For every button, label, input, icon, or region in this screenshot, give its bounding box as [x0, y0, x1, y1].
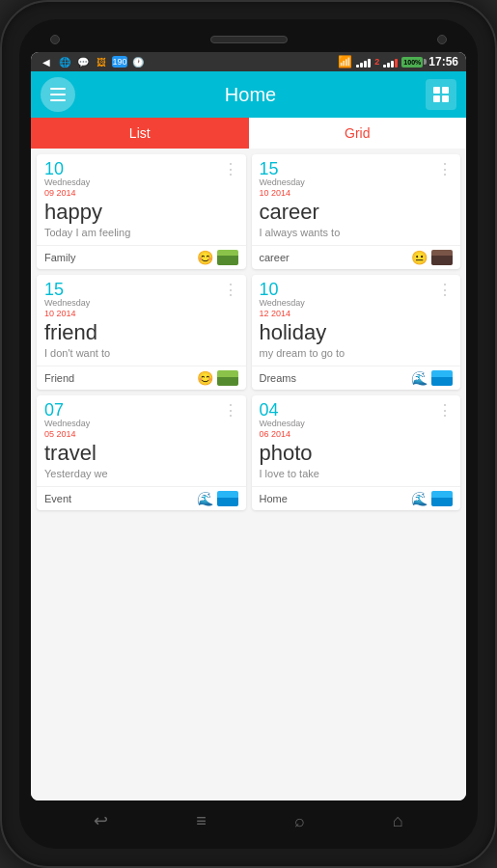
card-happy-menu[interactable]: ⋮ — [223, 160, 238, 178]
apps-hardware-button[interactable]: ⌂ — [393, 811, 403, 831]
card-travel-tag: Event — [44, 493, 71, 504]
card-travel-photo — [217, 491, 238, 506]
search-hardware-button[interactable]: ⌕ — [294, 811, 305, 831]
card-travel-day: 07 — [44, 401, 90, 419]
card-photo-header: 04 Wednesday 06 2014 ⋮ — [252, 395, 461, 442]
card-holiday-photo — [431, 370, 453, 386]
grid-cell-1 — [433, 87, 440, 94]
card-holiday-title: holiday — [252, 321, 461, 346]
tab-list[interactable]: List — [31, 118, 249, 149]
card-happy[interactable]: 10 Wednesday 09 2014 ⋮ happy Today I am … — [37, 154, 246, 269]
card-travel-header: 07 Wednesday 05 2014 ⋮ — [37, 395, 246, 442]
bar3b — [391, 61, 394, 68]
card-happy-emoji: 😊 — [197, 250, 213, 265]
card-holiday-icons: 🌊 — [411, 370, 453, 386]
card-career-date: 15 Wednesday 10 2014 — [260, 160, 305, 199]
app-bar: Home — [31, 71, 466, 118]
menu-line-3 — [50, 99, 66, 101]
clock-icon: 🕐 — [130, 56, 146, 68]
card-career-menu[interactable]: ⋮ — [437, 160, 453, 178]
card-photo-emoji: 🌊 — [411, 491, 428, 506]
battery-icon: 100% — [401, 57, 423, 68]
card-photo-footer: Home 🌊 — [252, 486, 461, 510]
card-happy-tag: Family — [44, 252, 75, 263]
menu-button[interactable] — [41, 77, 75, 112]
card-friend[interactable]: 15 Wednesday 10 2014 ⋮ friend I don't wa… — [37, 275, 246, 390]
phone-frame: ◀ 🌐 💬 🖼 190 🕐 📶 2 — [0, 0, 497, 868]
card-happy-weekday: Wednesday — [44, 177, 90, 188]
card-travel-footer: Event 🌊 — [37, 486, 246, 510]
card-friend-header: 15 Wednesday 10 2014 ⋮ — [37, 275, 246, 321]
wifi-icon: 📶 — [338, 55, 352, 68]
card-travel-monthyear: 05 2014 — [44, 429, 90, 440]
home-hardware-button[interactable]: ≡ — [196, 811, 207, 831]
card-friend-footer: Friend 😊 — [37, 366, 246, 390]
view-toggle-button[interactable] — [426, 79, 456, 110]
card-photo-weekday: Wednesday — [260, 419, 305, 429]
app-title: Home — [75, 84, 426, 106]
time-display: 17:56 — [428, 55, 458, 68]
card-career-monthyear: 10 2014 — [260, 188, 305, 199]
status-right-icons: 📶 2 100% — [338, 55, 458, 68]
card-friend-menu[interactable]: ⋮ — [223, 281, 238, 299]
card-photo-title: photo — [252, 442, 461, 467]
card-holiday[interactable]: 10 Wednesday 12 2014 ⋮ holiday my dream … — [252, 275, 461, 390]
card-travel-subtitle: Yesterday we — [37, 467, 246, 484]
card-friend-weekday: Wednesday — [44, 298, 90, 309]
card-travel[interactable]: 07 Wednesday 05 2014 ⋮ travel Yesterday … — [37, 395, 246, 510]
card-photo-icons: 🌊 — [411, 491, 453, 506]
card-holiday-weekday: Wednesday — [260, 298, 305, 309]
card-career-footer: career 😐 — [252, 245, 461, 269]
card-holiday-emoji: 🌊 — [411, 370, 428, 386]
card-career-header: 15 Wednesday 10 2014 ⋮ — [252, 154, 461, 201]
card-friend-monthyear: 10 2014 — [44, 309, 90, 319]
card-happy-photo-inner — [217, 256, 238, 265]
card-holiday-menu[interactable]: ⋮ — [437, 281, 453, 299]
status-left-icons: ◀ 🌐 💬 🖼 190 🕐 — [39, 56, 146, 68]
grid-cell-3 — [433, 95, 440, 102]
card-travel-date: 07 Wednesday 05 2014 — [44, 401, 90, 440]
card-career-emoji: 😐 — [411, 250, 428, 265]
photo-icon: 🖼 — [94, 56, 109, 68]
chat-icon: 💬 — [75, 56, 91, 68]
tab-bar: List Grid — [31, 118, 466, 149]
tab-grid[interactable]: Grid — [249, 118, 467, 149]
card-photo[interactable]: 04 Wednesday 06 2014 ⋮ photo I love to t… — [252, 395, 461, 510]
bar2 — [360, 63, 363, 68]
back-hardware-button[interactable]: ↩ — [94, 810, 108, 831]
card-friend-tag: Friend — [44, 372, 74, 384]
screen: ◀ 🌐 💬 🖼 190 🕐 📶 2 — [31, 52, 466, 800]
card-happy-title: happy — [37, 201, 246, 226]
card-holiday-subtitle: my dream to go to — [252, 346, 461, 364]
signal-label: 2 — [374, 57, 379, 67]
card-holiday-tag: Dreams — [260, 372, 297, 384]
card-photo-menu[interactable]: ⋮ — [437, 401, 453, 420]
card-travel-menu[interactable]: ⋮ — [223, 401, 238, 420]
card-career[interactable]: 15 Wednesday 10 2014 ⋮ career I always w… — [252, 154, 461, 269]
bar1 — [356, 65, 359, 68]
earpiece-speaker — [210, 36, 288, 43]
status-bar: ◀ 🌐 💬 🖼 190 🕐 📶 2 — [31, 52, 466, 71]
menu-icon — [50, 88, 66, 101]
card-friend-date: 15 Wednesday 10 2014 — [44, 281, 90, 319]
card-happy-icons: 😊 — [197, 250, 238, 265]
menu-line-2 — [50, 94, 66, 95]
menu-line-1 — [50, 88, 66, 90]
browser-icon: 🌐 — [57, 56, 72, 68]
proximity-sensor — [437, 35, 447, 44]
card-holiday-day: 10 — [260, 281, 305, 298]
card-holiday-monthyear: 12 2014 — [260, 309, 305, 319]
card-friend-day: 15 — [44, 281, 90, 298]
card-holiday-header: 10 Wednesday 12 2014 ⋮ — [252, 275, 461, 321]
front-camera — [50, 35, 60, 44]
card-travel-emoji: 🌊 — [197, 491, 213, 506]
card-career-tag: career — [260, 252, 290, 263]
phone-inner: ◀ 🌐 💬 🖼 190 🕐 📶 2 — [19, 19, 478, 849]
signal-bars — [356, 56, 371, 68]
card-friend-photo-inner — [217, 377, 238, 387]
card-photo-day: 04 — [260, 401, 305, 419]
card-career-icons: 😐 — [411, 250, 453, 265]
phone-bottom-hardware: ↩ ≡ ⌕ ⌂ — [31, 800, 466, 837]
card-career-title: career — [252, 201, 461, 226]
grid-cell-4 — [442, 95, 449, 102]
